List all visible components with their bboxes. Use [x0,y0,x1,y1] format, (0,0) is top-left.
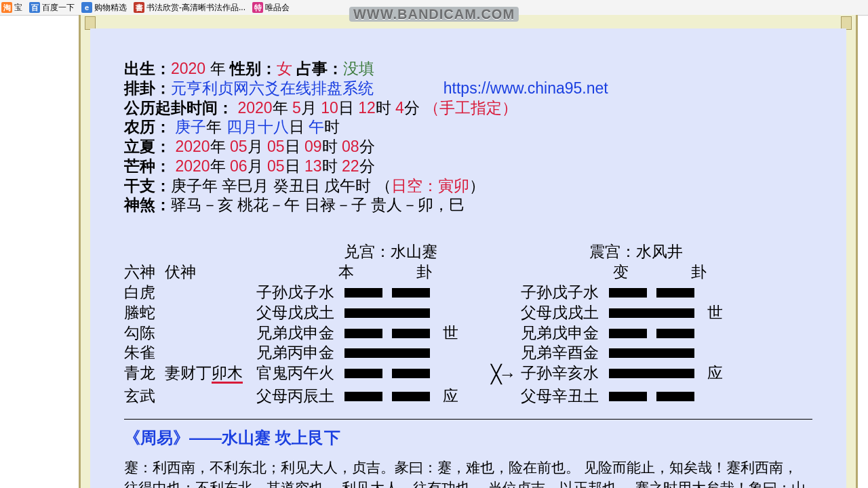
shiying-mark-bian [707,343,734,363]
biangua-text: 兄弟戊申金 [521,323,609,344]
liushen: 白虎 [124,283,165,303]
row-ganzhi: 干支：庚子年 辛巳月 癸丑日 戊午时 （日空：寅卯） [124,176,812,196]
liushen: 螣蛇 [124,303,165,323]
change-arrow [484,303,521,323]
hex-row: 青龙妻财丁卯木官鬼丙午火╳→子孙辛亥水应 [124,363,812,386]
yao-line [344,303,443,323]
bookmark-bar: 淘 宝 百 百度一下 e 购物精选 書 书法欣赏-高清晰书法作品... 特 唯品… [0,0,868,16]
bookmark-gouwu[interactable]: e 购物精选 [81,2,127,14]
fushen [165,303,256,323]
baidu-icon: 百 [29,2,40,13]
yao-line [344,323,443,344]
hex-row: 玄武父母丙辰土应父母辛丑土 [124,386,812,407]
bookmark-taobao[interactable]: 淘 宝 [1,2,22,14]
fushen: 妻财丁卯木 [165,363,256,386]
bookmark-shufa[interactable]: 書 书法欣赏-高清晰书法作品... [134,2,245,14]
row-mangzhong: 芒种： 2020年 06月 05日 13时 22分 [124,157,812,176]
yao-line [344,386,443,407]
yao-line [344,363,443,386]
row-paigua: 排卦：元亨利贞网六爻在线排盘系统 https://www.china95.net [124,79,812,98]
shiying-mark [443,343,484,363]
row-nongli: 农历： 庚子年 四月十八日 午时 [124,117,812,137]
bookmark-label: 书法欣赏-高清晰书法作品... [146,2,245,14]
fushen [165,283,256,303]
zhouyi-title: 《周易》——水山蹇 坎上艮下 [124,428,812,448]
vip-icon: 特 [252,2,263,13]
liushen: 勾陈 [124,323,165,344]
fushen [165,343,256,363]
bengua-text: 子孙戊子水 [256,283,344,303]
row-lixia: 立夏： 2020年 05月 05日 09时 08分 [124,137,812,157]
yao-line [344,343,443,363]
hex-row: 勾陈兄弟戊申金世兄弟戊申金 [124,323,812,344]
liushen: 玄武 [124,386,165,407]
zhouyi-body: 蹇：利西南，不利东北；利见大人，贞吉。彖曰：蹇，难也，险在前也。 见险而能止，知… [124,458,812,488]
biangua-text: 父母戊戌土 [521,303,609,323]
bengua-text: 父母戊戌土 [256,303,344,323]
row-gongli: 公历起卦时间： 2020年 5月 10日 12时 4分 （手工指定） [124,98,812,118]
ie-icon: e [81,2,92,13]
binding-stub-right [841,16,852,30]
biangua-text: 兄弟辛酉金 [521,343,609,363]
biangua-text: 子孙辛亥水 [521,363,609,386]
source-url[interactable]: https://www.china95.net [443,79,608,97]
binding-stub-left [85,16,96,30]
bookmark-label: 百度一下 [42,2,75,14]
shiying-mark-bian: 世 [707,303,734,323]
yao-line-bian [609,386,707,407]
yao-line [344,283,443,303]
bookmark-label: 购物精选 [94,2,127,14]
change-arrow: ╳→ [484,363,521,386]
yao-line-bian [609,283,707,303]
shiying-mark [443,303,484,323]
hex-row: 白虎子孙戊子水子孙戊子水 [124,283,812,303]
shiying-mark-bian: 应 [707,363,734,386]
content-sheet: 出生：2020 年 性别：女 占事：没填 排卦：元亨利贞网六爻在线排盘系统 ht… [79,15,858,488]
fushen [165,323,256,344]
taobao-icon: 淘 [1,2,12,13]
hex-palace-row: 兑宫：水山蹇 震宫：水风井 [124,242,812,262]
change-arrow [484,386,521,407]
bengua-text: 父母丙辰土 [256,386,344,407]
shiying-mark-bian [707,323,734,344]
fushen [165,386,256,407]
shiying-mark-bian [707,283,734,303]
shiying-mark: 世 [443,323,484,344]
biangua-text: 父母辛丑土 [521,386,609,407]
bookmark-vip[interactable]: 特 唯品会 [252,2,290,14]
bookmark-label: 宝 [14,2,22,14]
bengua-text: 兄弟戊申金 [256,323,344,344]
content-inner: 出生：2020 年 性别：女 占事：没填 排卦：元亨利贞网六爻在线排盘系统 ht… [90,28,846,488]
divider [124,419,812,420]
yao-line-bian [609,363,707,386]
hexagram-table: 兑宫：水山蹇 震宫：水风井 六神 伏神 本 卦 变 卦 白虎子孙戊子水子孙戊子水… [124,242,812,407]
yao-line-bian [609,343,707,363]
shiying-mark: 应 [443,386,484,407]
hex-row: 朱雀兄弟丙申金兄弟辛酉金 [124,343,812,363]
biangua-text: 子孙戊子水 [521,283,609,303]
row-shensha: 神煞：驿马－亥 桃花－午 日禄－子 贵人－卯，巳 [124,195,812,215]
bengua-text: 兄弟丙申金 [256,343,344,363]
change-arrow [484,343,521,363]
yao-line-bian [609,303,707,323]
bengua-text: 官鬼丙午火 [256,363,344,386]
liushen: 青龙 [124,363,165,386]
yao-line-bian [609,323,707,344]
shiying-mark-bian [707,386,734,407]
change-arrow [484,323,521,344]
change-arrow [484,283,521,303]
bookmark-baidu[interactable]: 百 百度一下 [29,2,75,14]
liushen: 朱雀 [124,343,165,363]
hex-row: 螣蛇父母戊戌土父母戊戌土世 [124,303,812,323]
shiying-mark [443,283,484,303]
shiying-mark [443,363,484,386]
shufa-icon: 書 [134,2,144,13]
bookmark-label: 唯品会 [265,2,290,14]
row-birth: 出生：2020 年 性别：女 占事：没填 [124,59,812,79]
hex-header-row: 六神 伏神 本 卦 变 卦 [124,262,812,283]
